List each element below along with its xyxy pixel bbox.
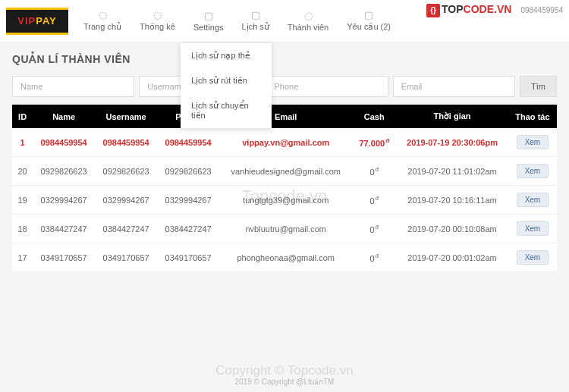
page-title: QUẢN LÍ THÀNH VIÊN	[12, 53, 557, 65]
table-row: 17034917065703491706570349170657phongheo…	[12, 243, 557, 272]
members-table: ID Name Username Phone Email Cash Thời g…	[12, 105, 557, 272]
logo[interactable]: VIPPAY	[6, 8, 68, 35]
cell-phone: 0384427247	[157, 215, 219, 243]
cell-action: Xem	[508, 128, 557, 157]
header: VIPPAY ◌Trang chủ ◌Thống kê ▢Settings ▢L…	[0, 0, 569, 42]
filters: Tìm	[12, 76, 557, 97]
nav-settings[interactable]: ▢Settings	[184, 5, 233, 36]
cell-time: 2019-07-20 00:01:02am	[396, 243, 508, 272]
cell-action: Xem	[508, 157, 557, 186]
col-name: Name	[33, 105, 95, 128]
code-icon: {}	[426, 4, 440, 17]
table-row: 20092982662309298266230929826623vanhieud…	[12, 157, 557, 186]
nav-stats[interactable]: ◌Thống kê	[130, 5, 184, 36]
cell-id: 1	[12, 128, 33, 157]
filter-phone[interactable]	[266, 76, 388, 97]
placeholder-icon: ▢	[251, 10, 260, 20]
nav-home[interactable]: ◌Trang chủ	[74, 5, 130, 36]
cell-time: 2019-07-19 20:30:06pm	[396, 128, 508, 157]
cell-action: Xem	[508, 186, 557, 215]
cell-phone: 0329994267	[157, 186, 219, 215]
cell-name: 0329994267	[33, 186, 95, 215]
nav-members[interactable]: ◌Thành viên	[278, 5, 338, 36]
cell-username: 0329994267	[95, 186, 157, 215]
placeholder-icon: ▢	[364, 10, 373, 20]
filter-email[interactable]	[393, 76, 515, 97]
history-dropdown: Lịch sử nạp thẻ Lịch sử rút tiền Lịch sử…	[181, 42, 272, 128]
cell-phone: 0929826623	[157, 157, 219, 186]
col-action: Thao tác	[508, 105, 557, 128]
cell-email: tungtgtg39@gmail.com	[219, 186, 352, 215]
cell-name: 0929826623	[33, 157, 95, 186]
cell-time: 2019-07-20 10:16:11am	[396, 186, 508, 215]
cell-time: 2019-07-20 00:10:08am	[396, 215, 508, 243]
cell-id: 17	[12, 243, 33, 272]
cell-username: 0929826623	[95, 157, 157, 186]
cell-id: 18	[12, 215, 33, 243]
col-id: ID	[12, 105, 33, 128]
placeholder-icon: ▢	[204, 11, 213, 20]
cell-email: vanhieudesigned@gmail.com	[219, 157, 352, 186]
nav-requests[interactable]: ▢Yêu cầu (2)	[338, 5, 400, 36]
cell-username: 0349170657	[95, 243, 157, 272]
cell-time: 2019-07-20 11:01:02am	[396, 157, 508, 186]
cell-cash: 0đ	[352, 157, 396, 186]
top-right: {}TOPCODE.VN 0984459954	[426, 3, 563, 17]
cell-username: 0984459954	[95, 128, 157, 157]
view-button[interactable]: Xem	[517, 135, 549, 149]
dropdown-item-withdraw[interactable]: Lịch sử rút tiền	[181, 68, 272, 93]
view-button[interactable]: Xem	[517, 193, 549, 207]
cell-name: 0984459954	[33, 128, 95, 157]
nav: ◌Trang chủ ◌Thống kê ▢Settings ▢Lịch sử …	[74, 5, 400, 36]
user-phone[interactable]: 0984459954	[520, 6, 563, 14]
footer: 2019 © Copyright @LtuấnTM	[0, 378, 569, 386]
dropdown-item-transfer[interactable]: Lịch sử chuyển tiền	[181, 93, 272, 128]
cell-phone: 0349170657	[157, 243, 219, 272]
loading-icon: ◌	[99, 10, 107, 20]
cell-name: 0349170657	[33, 243, 95, 272]
table-row: 18038442724703844272470384427247nvbluutr…	[12, 215, 557, 243]
loading-icon: ◌	[153, 10, 162, 20]
cell-email: phongheonaa@gmail.com	[219, 243, 352, 272]
cell-cash: 0đ	[352, 186, 396, 215]
table-row: 19032999426703299942670329994267tungtgtg…	[12, 186, 557, 215]
view-button[interactable]: Xem	[517, 164, 549, 178]
cell-cash: 0đ	[352, 243, 396, 272]
cell-name: 0384427247	[33, 215, 95, 243]
cell-username: 0384427247	[95, 215, 157, 243]
cell-action: Xem	[508, 215, 557, 243]
cell-cash: 77.000đ	[352, 128, 396, 157]
col-time: Thời gian	[396, 105, 508, 128]
cell-id: 19	[12, 186, 33, 215]
cell-action: Xem	[508, 243, 557, 272]
content: QUẢN LÍ THÀNH VIÊN Tìm ID Name Username …	[0, 42, 569, 283]
view-button[interactable]: Xem	[517, 221, 549, 236]
loading-icon: ◌	[304, 11, 313, 20]
col-cash: Cash	[352, 105, 396, 128]
cell-id: 20	[12, 157, 33, 186]
view-button[interactable]: Xem	[517, 250, 549, 265]
dropdown-item-deposit[interactable]: Lịch sử nạp thẻ	[181, 43, 272, 68]
table-row: 1098445995409844599540984459954vippay.vn…	[12, 128, 557, 157]
col-username: Username	[95, 105, 157, 128]
cell-email: vippay.vn@gmail.com	[219, 128, 352, 157]
search-button[interactable]: Tìm	[520, 76, 557, 97]
cell-email: nvbluutru@gmail.com	[219, 215, 352, 243]
cell-phone: 0984459954	[157, 128, 219, 157]
watermark-copyright: Copyright © Topcode.vn	[215, 363, 353, 378]
brand-topcode: {}TOPCODE.VN	[426, 3, 511, 17]
nav-history[interactable]: ▢Lịch sử	[233, 5, 278, 36]
cell-cash: 0đ	[352, 215, 396, 243]
filter-name[interactable]	[12, 76, 134, 97]
